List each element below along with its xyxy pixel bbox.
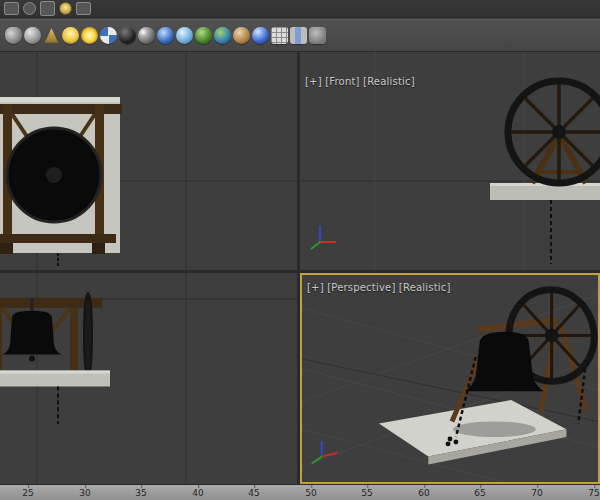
earth-sphere-icon[interactable] — [214, 27, 231, 44]
sun-icon[interactable] — [81, 27, 98, 44]
layer-badge-icon[interactable] — [309, 27, 326, 44]
water-sphere-icon[interactable] — [176, 27, 193, 44]
foliage-sphere-icon[interactable] — [195, 27, 212, 44]
timeline-tick: 45 — [248, 488, 259, 498]
shapes-icon[interactable] — [23, 2, 36, 15]
bell-model-back-view[interactable] — [0, 97, 122, 266]
light-icon[interactable] — [59, 2, 72, 15]
viewport-perspective[interactable]: [+] [Perspective] [Realistic] — [300, 273, 600, 484]
main-toolbar — [0, 19, 600, 52]
helpers-icon[interactable] — [76, 2, 91, 15]
bottom-left-viewport-canvas[interactable] — [0, 273, 297, 484]
viewport-cube-icon[interactable] — [4, 2, 19, 15]
top-left-viewport-canvas[interactable] — [0, 52, 297, 270]
viewport-splitter-horizontal[interactable] — [0, 270, 600, 273]
shell-sphere-icon[interactable] — [233, 27, 250, 44]
viewport-bottom-left[interactable] — [0, 273, 297, 484]
dark-sphere-icon[interactable] — [119, 27, 136, 44]
particle-sphere-icon[interactable] — [138, 27, 155, 44]
top-toolbar — [0, 0, 600, 18]
timeline-tick: 35 — [135, 488, 146, 498]
bell-model-side-view[interactable] — [0, 293, 110, 424]
axis-gizmo — [312, 441, 338, 463]
cone-icon[interactable] — [43, 27, 60, 44]
blue-sphere-icon[interactable] — [252, 27, 269, 44]
lightbulb-icon[interactable] — [62, 27, 79, 44]
viewport-splitter-vertical[interactable] — [297, 52, 300, 484]
timeline-tick: 50 — [305, 488, 316, 498]
bell-wheel-model-front-view[interactable] — [490, 81, 600, 264]
cylinder-icon[interactable] — [40, 1, 55, 16]
atom-sphere-icon[interactable] — [157, 27, 174, 44]
timeline-tick: 30 — [79, 488, 90, 498]
timeline-tick: 55 — [361, 488, 372, 498]
viewport-front[interactable]: [+] [Front] [Realistic] — [300, 52, 600, 270]
viewport-top-left[interactable] — [0, 52, 297, 270]
timeline-tick: 25 — [22, 488, 33, 498]
timeline-tick: 65 — [474, 488, 485, 498]
sphere-icon[interactable] — [24, 27, 41, 44]
render-grid-icon[interactable] — [271, 27, 288, 44]
timeline-tick: 60 — [418, 488, 429, 498]
timeline-trackbar[interactable]: 25 30 35 40 45 50 55 60 65 70 75 — [0, 484, 600, 500]
viewport-area: [+] [Front] [Realistic] — [0, 52, 600, 484]
bell-assembly-model-perspective[interactable] — [379, 284, 598, 464]
timeline-tick: 70 — [531, 488, 542, 498]
column-settings-icon[interactable] — [290, 27, 307, 44]
axis-gizmo — [311, 226, 336, 249]
timeline-tick: 40 — [192, 488, 203, 498]
teapot-icon[interactable] — [5, 27, 22, 44]
timeline-tick: 75 — [588, 488, 599, 498]
perspective-viewport-canvas[interactable] — [302, 275, 598, 482]
viewport-front-label[interactable]: [+] [Front] [Realistic] — [305, 76, 415, 87]
viewport-perspective-label[interactable]: [+] [Perspective] [Realistic] — [307, 282, 451, 293]
checker-sphere-icon[interactable] — [100, 27, 117, 44]
